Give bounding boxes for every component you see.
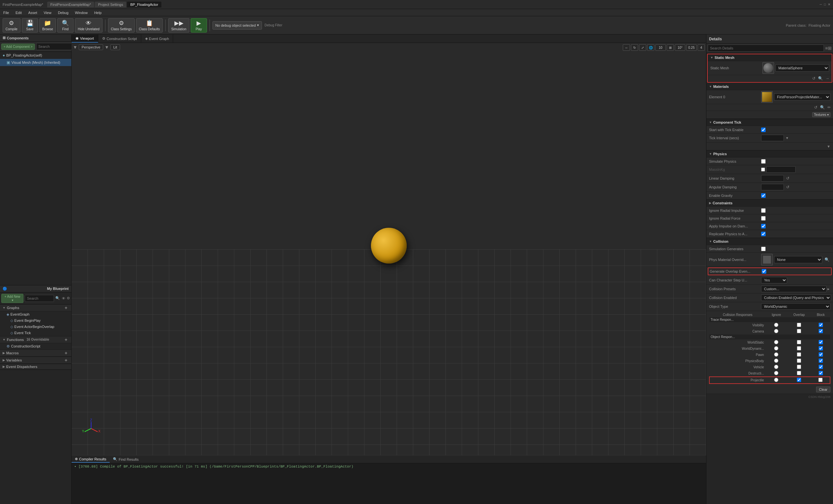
angle-input[interactable]: 10° [675,44,685,51]
mass-override-checkbox[interactable] [761,168,765,171]
bp-view-toggle[interactable]: 👁 [62,296,65,300]
worldstatic-row[interactable]: WorldStatic [709,339,830,345]
collision-presets-dropdown[interactable]: Custom... [761,286,827,292]
tick-expand-btn[interactable]: ▼ [827,144,830,148]
menu-window[interactable]: Window [74,10,89,15]
pawn-ignore[interactable] [766,352,787,358]
event-actoroverlap-item[interactable]: ◇ Event ActorBeginOverlap [0,324,71,330]
tick-interval-arrow[interactable]: ▾ [785,135,789,141]
cam-overlap[interactable] [787,328,811,335]
event-tick-item[interactable]: ◇ Event Tick [0,330,71,336]
angular-damping-input[interactable]: 0.0 [761,184,784,190]
macros-add-button[interactable]: + [64,351,69,356]
event-graph-item[interactable]: ◈ EventGraph [0,311,71,317]
class-defaults-button[interactable]: 📋 Class Defaults [136,18,163,32]
tab-compiler-results[interactable]: ⊕ Compiler Results [72,456,110,463]
scale-input[interactable]: 0.25 [686,44,697,51]
perspective-button[interactable]: Perspective [79,44,103,50]
tab-project-settings[interactable]: Project Settings [95,2,126,7]
vis-ignore[interactable] [766,322,787,328]
add-component-button[interactable]: + Add Component > [1,44,35,50]
cam-ignore[interactable] [766,328,787,335]
sim-gen-checkbox[interactable] [761,247,766,251]
ignore-radial-impulse-checkbox[interactable] [761,208,766,213]
vp-translate-btn[interactable]: ↔ [623,44,630,51]
viewport-container[interactable]: ▼ Perspective ▼ Lit ↔ ↻ ⤢ 🌐 10 ⊞ 10° 0.2… [72,43,706,455]
menu-help[interactable]: Help [93,10,103,15]
clear-button[interactable]: Clear [816,387,830,392]
pawn-row[interactable]: Pawn [709,352,830,358]
tab-bp-floating-actor[interactable]: BP_FloatingActor [127,2,161,7]
proj-overlap[interactable] [787,377,811,384]
linear-damping-input[interactable]: 0.01 [761,175,784,182]
tab-construction-script[interactable]: ⚙ Construction Script [98,34,141,43]
details-grid-toggle[interactable]: ⊞ [828,46,832,51]
static-mesh-header[interactable]: ▼ Static Mesh [708,54,832,61]
can-step-up-dropdown[interactable]: Yes [761,277,787,283]
bp-add-new-button[interactable]: + Add New ▾ [1,294,23,303]
minimize-btn[interactable]: ─ [820,3,822,6]
lit-button[interactable]: Lit [110,44,120,50]
linear-damping-reset[interactable]: ↺ [785,176,790,181]
variables-section-header[interactable]: ▶ Variables + [0,357,71,364]
mesh-clear-btn[interactable]: → [825,76,830,81]
tab-event-graph[interactable]: ◈ Event Graph [141,34,173,43]
hide-unrelated-button[interactable]: 👁 Hide Unrelated [75,18,102,32]
apply-impulse-checkbox[interactable] [761,224,766,229]
simulation-button[interactable]: ▶▶ Simulation [168,18,189,32]
phys-mat-dropdown[interactable]: None [774,256,822,263]
physicsbody-row[interactable]: PhysicsBody [709,358,830,364]
gen-overlap-checkbox[interactable] [762,269,766,274]
textures-button[interactable]: Textures ▾ [812,112,830,117]
macros-section-header[interactable]: ▶ Macros + [0,350,71,357]
functions-section-header[interactable]: ▼ Functions 16 Overridable + [0,336,71,343]
destructible-row[interactable]: Destructi... [709,370,830,377]
wd-block[interactable] [811,345,830,352]
veh-block[interactable] [811,364,830,370]
vp-zoom-btn[interactable]: 4 [698,44,705,51]
enable-gravity-checkbox[interactable] [761,193,766,198]
component-item-mesh[interactable]: ▣ Visual Mesh (Mesh) (Inherited) [0,59,71,66]
debug-filter-button[interactable]: No debug object selected ▾ [213,21,262,30]
material-edit-btn[interactable]: ✏ [827,105,832,110]
ws-ignore[interactable] [766,339,787,345]
start-tick-checkbox[interactable] [761,127,766,132]
lit-dropdown-arrow[interactable]: ▼ [104,45,109,50]
collision-header[interactable]: ▼ Collision [707,238,833,245]
graphs-section-header[interactable]: ▼ Graphs + [0,305,71,311]
maximize-btn[interactable]: □ [824,3,826,6]
replicate-physics-checkbox[interactable] [761,232,766,236]
mesh-reset-btn[interactable]: ↺ [811,76,816,81]
event-beginplay-item[interactable]: ◇ Event BeginPlay [0,317,71,324]
browse-button[interactable]: 📁 Browse [39,18,56,32]
pawn-overlap[interactable] [787,352,811,358]
class-settings-button[interactable]: ⚙ Class Settings [108,18,135,32]
viewport-dropdown-arrow[interactable]: ▼ [73,45,77,50]
collision-presets-btn[interactable]: ▸ [827,286,830,291]
collision-enabled-dropdown[interactable]: Collision Enabled (Query and Physics [761,294,831,301]
simulate-physics-checkbox[interactable] [761,159,766,164]
menu-edit[interactable]: Edit [14,10,23,15]
mesh-browse-btn[interactable]: 🔍 [817,76,824,81]
compile-button[interactable]: ⚙ Compile [3,18,21,32]
vp-scale-btn[interactable]: ⤢ [639,44,646,51]
materials-header[interactable]: ▼ Materials [707,83,833,90]
vehicle-row[interactable]: Vehicle [709,364,830,370]
ignore-radial-force-checkbox[interactable] [761,216,766,221]
mesh-name-dropdown[interactable]: MaterialSphere [776,65,829,72]
material-name-dropdown[interactable]: FirstPersonProjectileMater... [774,93,830,100]
menu-asset[interactable]: Asset [27,10,39,15]
cam-block[interactable] [811,328,830,335]
dest-block[interactable] [811,370,830,377]
worlddynamic-row[interactable]: WorldDynami... [709,345,830,352]
veh-ignore[interactable] [766,364,787,370]
tick-interval-input[interactable]: 0.0 [761,135,784,141]
functions-add-button[interactable]: + [64,337,69,342]
variables-add-button[interactable]: + [64,358,69,363]
phys-mat-browse[interactable]: 🔍 [824,257,830,262]
menu-debug[interactable]: Debug [56,10,70,15]
component-tick-header[interactable]: ▼ Component Tick [707,119,833,126]
veh-overlap[interactable] [787,364,811,370]
wd-overlap[interactable] [787,345,811,352]
object-type-dropdown[interactable]: WorldDynamic [761,303,830,310]
